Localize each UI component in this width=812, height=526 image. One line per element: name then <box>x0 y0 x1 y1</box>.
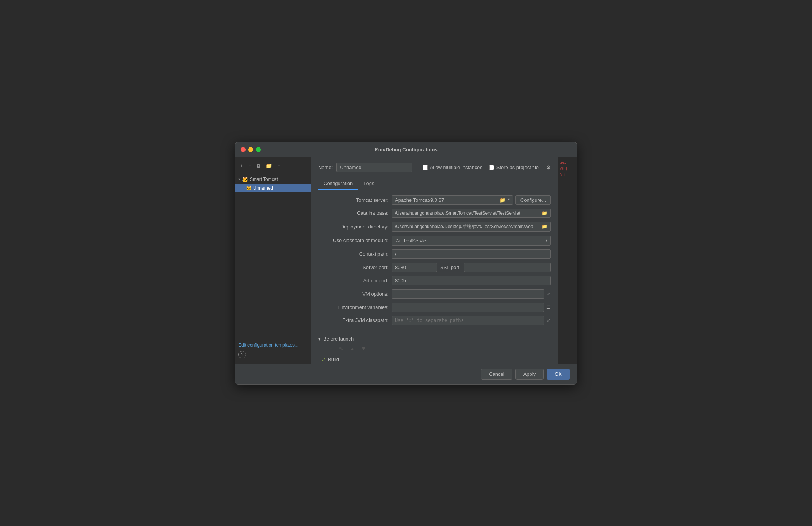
port-group: SSL port: <box>392 263 551 272</box>
deployment-dir-row: Deployment directory: /Users/huangchuanb… <box>318 222 551 232</box>
admin-port-row: Admin port: <box>318 276 551 285</box>
configure-button[interactable]: Configure... <box>515 195 551 205</box>
ssl-port-input[interactable] <box>464 263 551 272</box>
checkbox-group: Allow multiple instances Store as projec… <box>423 165 551 170</box>
tab-logs[interactable]: Logs <box>358 177 379 190</box>
sidebar-footer: Edit configuration templates... ? <box>235 339 311 361</box>
before-launch-header[interactable]: ▾ Before launch <box>318 336 551 342</box>
use-classpath-select[interactable]: 🗂 TestServlet ▾ <box>392 236 551 246</box>
sidebar-item-unnamed[interactable]: 🐱 Unnamed <box>235 184 311 192</box>
context-path-label: Context path: <box>318 251 389 257</box>
before-launch-title: Before launch <box>323 336 354 342</box>
use-classpath-label: Use classpath of module: <box>318 238 389 243</box>
tab-configuration[interactable]: Configuration <box>318 177 358 190</box>
side-panel-text: test <box>560 160 575 165</box>
admin-port-input[interactable] <box>392 276 551 285</box>
sidebar-item-label: Unnamed <box>253 185 273 191</box>
catalina-base-label: Catalina base: <box>318 210 389 216</box>
configuration-form: Tomcat server: Apache Tomcat/9.0.87 📁 ▾ … <box>318 195 551 325</box>
name-row: Name: Allow multiple instances Store as … <box>318 163 551 172</box>
sidebar-group-header[interactable]: ▾ 🐱 Smart Tomcat <box>235 175 311 184</box>
tomcat-server-row: Tomcat server: Apache Tomcat/9.0.87 📁 ▾ … <box>318 195 551 205</box>
tabs: Configuration Logs <box>318 177 551 190</box>
apply-button[interactable]: Apply <box>515 369 544 380</box>
tomcat-group-icon: 🐱 <box>242 176 248 182</box>
sort-config-button[interactable]: ↕ <box>276 162 282 170</box>
ssl-port-label: SSL port: <box>440 265 461 270</box>
gear-icon[interactable]: ⚙ <box>546 165 551 170</box>
build-item: ↙ Build <box>318 355 551 364</box>
context-path-input[interactable] <box>392 249 551 259</box>
server-port-label: Server port: <box>318 265 389 270</box>
extra-jvm-label: Extra JVM classpath: <box>318 317 389 323</box>
launch-toolbar: + − ✎ ▲ ▼ <box>318 345 551 352</box>
name-label: Name: <box>318 165 333 170</box>
dialog-footer: Cancel Apply OK <box>235 364 577 384</box>
env-vars-label: Environment variables: <box>318 304 389 310</box>
admin-port-label: Admin port: <box>318 278 389 284</box>
allow-multiple-checkbox[interactable] <box>423 165 428 170</box>
run-debug-dialog: Run/Debug Configurations + − ⧉ 📁 ↕ ▾ 🐱 S… <box>235 142 577 385</box>
folder-browse-icon[interactable]: 📁 <box>542 211 547 216</box>
cancel-button[interactable]: Cancel <box>481 369 512 380</box>
vm-options-row: VM options: ⤢ <box>318 289 551 299</box>
ok-button[interactable]: OK <box>547 369 570 380</box>
launch-edit-button[interactable]: ✎ <box>336 345 346 352</box>
extra-jvm-input[interactable] <box>392 316 544 325</box>
side-panel-peek: test 取回 /let <box>558 157 577 364</box>
sidebar-group-smart-tomcat: ▾ 🐱 Smart Tomcat 🐱 Unnamed <box>235 173 311 194</box>
side-panel-text2: 取回 <box>560 166 575 171</box>
sidebar-group-label: Smart Tomcat <box>250 177 278 182</box>
help-button[interactable]: ? <box>238 351 246 358</box>
tomcat-server-select[interactable]: Apache Tomcat/9.0.87 📁 ▾ <box>392 195 513 205</box>
build-icon: ↙ <box>321 356 326 363</box>
before-launch-chevron: ▾ <box>318 336 321 342</box>
main-content: Name: Allow multiple instances Store as … <box>311 157 558 364</box>
classpath-dropdown-icon: ▾ <box>546 238 547 242</box>
before-launch-section: ▾ Before launch + − ✎ ▲ ▼ ↙ Build <box>318 332 551 364</box>
window-controls <box>241 147 261 152</box>
dialog-body: + − ⧉ 📁 ↕ ▾ 🐱 Smart Tomcat 🐱 Unnamed Edi… <box>235 157 577 364</box>
env-vars-expand-button[interactable]: ☰ <box>546 304 551 311</box>
launch-move-up-button[interactable]: ▲ <box>347 345 357 352</box>
extra-jvm-expand-button[interactable]: ⤢ <box>546 317 551 323</box>
catalina-base-row: Catalina base: /Users/huangchuanbiao/.Sm… <box>318 209 551 218</box>
minimize-button[interactable] <box>248 147 253 152</box>
port-row: Server port: SSL port: <box>318 263 551 272</box>
store-as-project-checkbox[interactable] <box>489 165 494 170</box>
allow-multiple-label: Allow multiple instances <box>423 165 482 170</box>
env-vars-row: Environment variables: ☰ <box>318 303 551 312</box>
vm-options-label: VM options: <box>318 291 389 297</box>
store-as-project-label: Store as project file <box>489 165 539 170</box>
launch-remove-button[interactable]: − <box>327 345 335 352</box>
chevron-down-icon: ▾ <box>238 177 240 181</box>
extra-jvm-row: Extra JVM classpath: ⤢ <box>318 316 551 325</box>
add-config-button[interactable]: + <box>238 162 244 170</box>
folder-config-button[interactable]: 📁 <box>264 162 274 170</box>
vm-options-expand-button[interactable]: ⤢ <box>546 291 551 297</box>
build-label: Build <box>328 356 339 362</box>
sidebar-toolbar: + − ⧉ 📁 ↕ <box>235 160 311 173</box>
dialog-title: Run/Debug Configurations <box>374 147 437 152</box>
module-icon: 🗂 <box>395 238 400 244</box>
server-port-input[interactable] <box>392 263 437 272</box>
copy-config-button[interactable]: ⧉ <box>255 162 262 170</box>
tomcat-item-icon: 🐱 <box>246 185 252 191</box>
title-bar: Run/Debug Configurations <box>235 142 577 157</box>
folder-browse-icon2[interactable]: 📁 <box>542 224 547 229</box>
deployment-dir-input[interactable]: /Users/huangchuanbiao/Desktop/后端/java/Te… <box>392 222 551 232</box>
catalina-base-input[interactable]: /Users/huangchuanbiao/.SmartTomcat/TestS… <box>392 209 551 218</box>
edit-templates-link[interactable]: Edit configuration templates... <box>238 342 298 348</box>
tomcat-server-label: Tomcat server: <box>318 197 389 203</box>
use-classpath-row: Use classpath of module: 🗂 TestServlet ▾ <box>318 236 551 246</box>
name-input[interactable] <box>336 163 412 172</box>
vm-options-input[interactable] <box>392 289 544 299</box>
remove-config-button[interactable]: − <box>247 162 253 170</box>
sidebar: + − ⧉ 📁 ↕ ▾ 🐱 Smart Tomcat 🐱 Unnamed Edi… <box>235 157 311 364</box>
env-vars-input[interactable] <box>392 303 544 312</box>
launch-add-button[interactable]: + <box>318 345 326 352</box>
maximize-button[interactable] <box>256 147 261 152</box>
launch-move-down-button[interactable]: ▼ <box>358 345 368 352</box>
close-button[interactable] <box>241 147 246 152</box>
dropdown-arrow-icon: ▾ <box>508 197 510 203</box>
